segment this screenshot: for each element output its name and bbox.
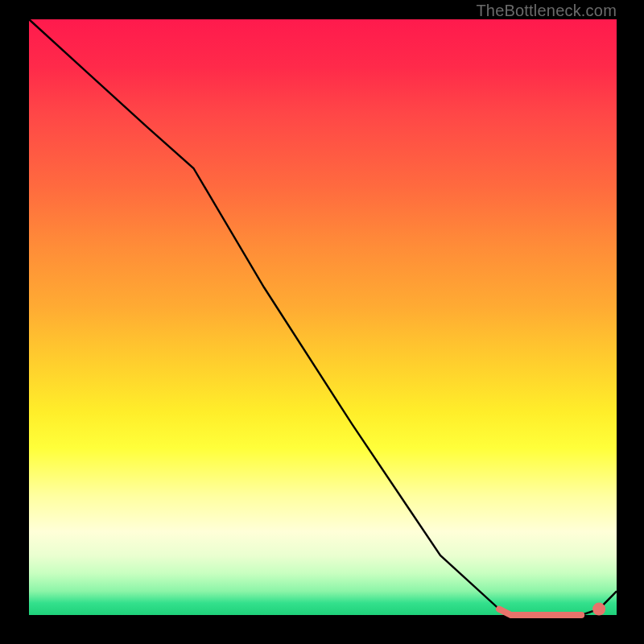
line-path bbox=[29, 19, 617, 615]
line-highlight bbox=[499, 609, 581, 615]
chart-frame: TheBottleneck.com bbox=[0, 0, 644, 644]
watermark-text: TheBottleneck.com bbox=[476, 2, 617, 20]
chart-overlay bbox=[29, 19, 617, 615]
end-marker bbox=[592, 603, 605, 616]
series-line bbox=[29, 19, 617, 616]
